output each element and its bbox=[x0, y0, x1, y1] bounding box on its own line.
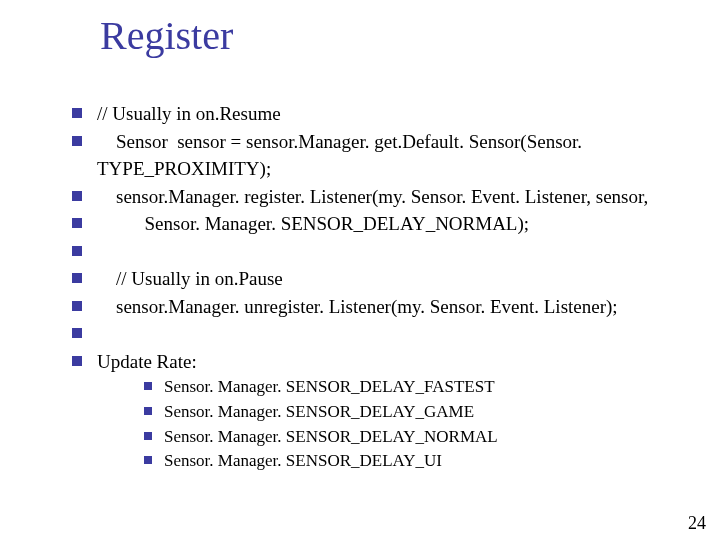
list-item: Sensor sensor = sensor.Manager. get.Defa… bbox=[72, 128, 692, 183]
bullet-icon bbox=[144, 456, 152, 464]
bullet-icon bbox=[72, 356, 82, 366]
list-item: sensor.Manager. unregister. Listener(my.… bbox=[72, 293, 692, 321]
bullet-icon bbox=[72, 273, 82, 283]
code-line: // Usually in on.Pause bbox=[97, 265, 692, 293]
page-number: 24 bbox=[688, 513, 706, 534]
bullet-icon bbox=[72, 328, 82, 338]
text-line: Update Rate: bbox=[97, 348, 692, 376]
code-line: sensor.Manager. unregister. Listener(my.… bbox=[97, 293, 692, 321]
sub-text: Sensor. Manager. SENSOR_DELAY_FASTEST bbox=[164, 375, 692, 400]
sub-text: Sensor. Manager. SENSOR_DELAY_UI bbox=[164, 449, 692, 474]
sub-text: Sensor. Manager. SENSOR_DELAY_GAME bbox=[164, 400, 692, 425]
sub-text: Sensor. Manager. SENSOR_DELAY_NORMAL bbox=[164, 425, 692, 450]
sub-list-item: Sensor. Manager. SENSOR_DELAY_NORMAL bbox=[144, 425, 692, 450]
code-line: Sensor. Manager. SENSOR_DELAY_NORMAL); bbox=[97, 210, 692, 238]
bullet-icon bbox=[72, 108, 82, 118]
bullet-icon bbox=[72, 136, 82, 146]
code-line: Sensor sensor = sensor.Manager. get.Defa… bbox=[97, 128, 692, 183]
list-item: sensor.Manager. register. Listener(my. S… bbox=[72, 183, 692, 211]
bullet-icon bbox=[144, 407, 152, 415]
list-item: // Usually in on.Pause bbox=[72, 265, 692, 293]
sub-list-item: Sensor. Manager. SENSOR_DELAY_GAME bbox=[144, 400, 692, 425]
bullet-icon bbox=[72, 191, 82, 201]
bullet-icon bbox=[144, 432, 152, 440]
bullet-icon bbox=[144, 382, 152, 390]
slide: Register // Usually in on.Resume Sensor … bbox=[0, 0, 720, 540]
code-line: // Usually in on.Resume bbox=[97, 100, 692, 128]
bullet-icon bbox=[72, 218, 82, 228]
sub-list-item: Sensor. Manager. SENSOR_DELAY_FASTEST bbox=[144, 375, 692, 400]
list-item: Update Rate: bbox=[72, 348, 692, 376]
list-item bbox=[72, 238, 692, 266]
list-item: // Usually in on.Resume bbox=[72, 100, 692, 128]
bullet-icon bbox=[72, 246, 82, 256]
sub-list-item: Sensor. Manager. SENSOR_DELAY_UI bbox=[144, 449, 692, 474]
list-item bbox=[72, 320, 692, 348]
code-line: sensor.Manager. register. Listener(my. S… bbox=[97, 183, 692, 211]
list-item: Sensor. Manager. SENSOR_DELAY_NORMAL); bbox=[72, 210, 692, 238]
bullet-icon bbox=[72, 301, 82, 311]
slide-title: Register bbox=[100, 12, 233, 59]
slide-body: // Usually in on.Resume Sensor sensor = … bbox=[72, 100, 692, 474]
